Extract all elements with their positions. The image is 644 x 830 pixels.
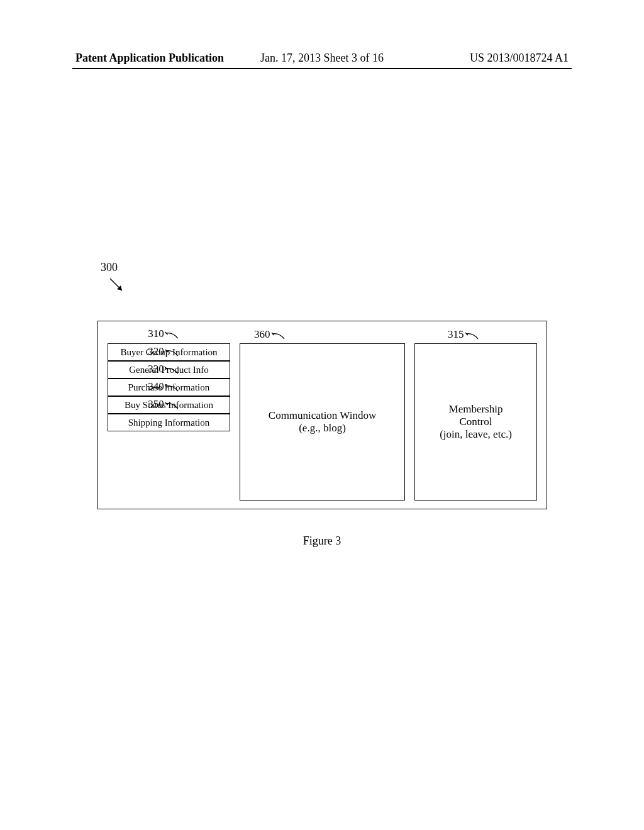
ref-360: 360 — [254, 328, 289, 341]
box-315-line1: Membership — [449, 403, 503, 416]
diagram-container: 310 Buyer Group Information 320 General … — [97, 321, 547, 509]
box-shipping-info: Shipping Information — [108, 414, 230, 431]
box-360-line1: Communication Window — [269, 409, 376, 422]
page-header: Patent Application Publication Jan. 17, … — [0, 52, 644, 65]
ref-330: 330 — [148, 363, 183, 375]
ref-315-text: 315 — [448, 328, 464, 341]
ref-330-text: 330 — [148, 363, 164, 375]
box-360-line2: (e.g., blog) — [299, 422, 346, 434]
header-right: US 2013/0018724 A1 — [470, 52, 569, 65]
ref-340: 340 — [148, 380, 183, 393]
header-left: Patent Application Publication — [75, 52, 224, 65]
box-315-line2: Control — [460, 416, 492, 428]
box-350-wrapper: 350 Shipping Information — [108, 414, 230, 431]
ref-350-text: 350 — [148, 398, 164, 411]
box-communication-window: 360 Communication Window (e.g., blog) — [240, 343, 405, 501]
ref-350: 350 — [148, 398, 183, 411]
ref-310-text: 310 — [148, 328, 164, 340]
reference-300-label: 300 — [101, 261, 118, 274]
ref-340-text: 340 — [148, 380, 164, 393]
left-column: 310 Buyer Group Information 320 General … — [108, 343, 230, 499]
header-rule — [72, 68, 572, 69]
ref-360-text: 360 — [254, 328, 270, 341]
box-315-line3: (join, leave, etc.) — [440, 428, 512, 441]
box-membership-control: 315 Membership Control (join, leave, etc… — [414, 343, 537, 501]
ref-320: 320 — [148, 345, 183, 358]
ref-320-text: 320 — [148, 345, 164, 358]
ref-315: 315 — [448, 328, 483, 341]
arrow-300-icon — [108, 277, 127, 298]
figure-caption: Figure 3 — [303, 534, 341, 548]
ref-310: 310 — [148, 328, 183, 340]
header-center: Jan. 17, 2013 Sheet 3 of 16 — [260, 52, 384, 65]
